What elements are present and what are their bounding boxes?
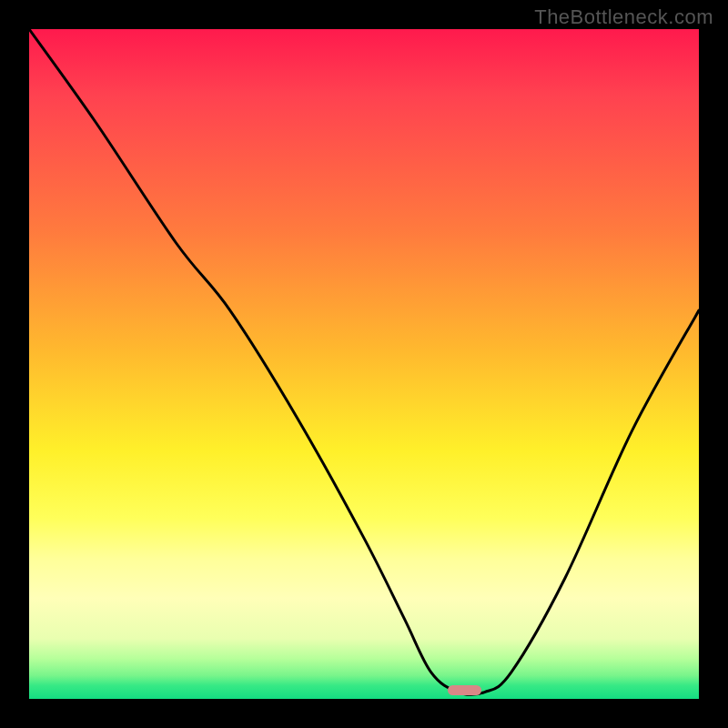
chart-frame: TheBottleneck.com <box>0 0 728 728</box>
curve-path <box>29 29 699 694</box>
plot-area <box>29 29 699 699</box>
watermark-text: TheBottleneck.com <box>534 5 713 29</box>
optimal-marker <box>448 685 481 696</box>
bottleneck-curve <box>29 29 699 699</box>
